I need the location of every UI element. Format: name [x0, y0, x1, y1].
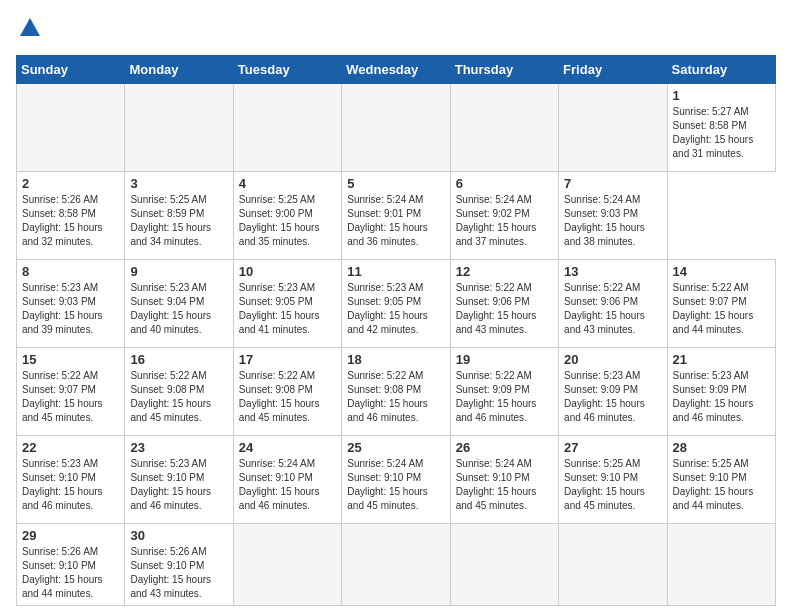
- day-info: Sunrise: 5:25 AMSunset: 9:10 PMDaylight:…: [673, 457, 770, 513]
- calendar-table: SundayMondayTuesdayWednesdayThursdayFrid…: [16, 55, 776, 606]
- day-header-thursday: Thursday: [450, 56, 558, 84]
- day-header-sunday: Sunday: [17, 56, 125, 84]
- day-cell-6: 6Sunrise: 5:24 AMSunset: 9:02 PMDaylight…: [450, 172, 558, 260]
- day-cell-16: 16Sunrise: 5:22 AMSunset: 9:08 PMDayligh…: [125, 348, 233, 436]
- day-cell-22: 22Sunrise: 5:23 AMSunset: 9:10 PMDayligh…: [17, 436, 125, 524]
- day-info: Sunrise: 5:24 AMSunset: 9:03 PMDaylight:…: [564, 193, 661, 249]
- day-cell-28: 28Sunrise: 5:25 AMSunset: 9:10 PMDayligh…: [667, 436, 775, 524]
- day-number: 28: [673, 440, 770, 455]
- day-number: 29: [22, 528, 119, 543]
- day-cell-7: 7Sunrise: 5:24 AMSunset: 9:03 PMDaylight…: [559, 172, 667, 260]
- day-cell-8: 8Sunrise: 5:23 AMSunset: 9:03 PMDaylight…: [17, 260, 125, 348]
- day-number: 6: [456, 176, 553, 191]
- day-number: 23: [130, 440, 227, 455]
- day-number: 21: [673, 352, 770, 367]
- day-cell-9: 9Sunrise: 5:23 AMSunset: 9:04 PMDaylight…: [125, 260, 233, 348]
- day-cell-2: 2Sunrise: 5:26 AMSunset: 8:58 PMDaylight…: [17, 172, 125, 260]
- day-info: Sunrise: 5:22 AMSunset: 9:08 PMDaylight:…: [130, 369, 227, 425]
- day-info: Sunrise: 5:22 AMSunset: 9:08 PMDaylight:…: [347, 369, 444, 425]
- day-info: Sunrise: 5:24 AMSunset: 9:02 PMDaylight:…: [456, 193, 553, 249]
- empty-cell: [342, 84, 450, 172]
- day-info: Sunrise: 5:23 AMSunset: 9:10 PMDaylight:…: [22, 457, 119, 513]
- day-info: Sunrise: 5:25 AMSunset: 9:00 PMDaylight:…: [239, 193, 336, 249]
- day-info: Sunrise: 5:23 AMSunset: 9:05 PMDaylight:…: [347, 281, 444, 337]
- day-number: 22: [22, 440, 119, 455]
- day-cell-19: 19Sunrise: 5:22 AMSunset: 9:09 PMDayligh…: [450, 348, 558, 436]
- day-header-wednesday: Wednesday: [342, 56, 450, 84]
- day-info: Sunrise: 5:24 AMSunset: 9:10 PMDaylight:…: [456, 457, 553, 513]
- day-number: 25: [347, 440, 444, 455]
- day-cell-3: 3Sunrise: 5:25 AMSunset: 8:59 PMDaylight…: [125, 172, 233, 260]
- empty-cell: [667, 524, 775, 606]
- day-cell-21: 21Sunrise: 5:23 AMSunset: 9:09 PMDayligh…: [667, 348, 775, 436]
- day-number: 20: [564, 352, 661, 367]
- day-cell-14: 14Sunrise: 5:22 AMSunset: 9:07 PMDayligh…: [667, 260, 775, 348]
- day-info: Sunrise: 5:23 AMSunset: 9:05 PMDaylight:…: [239, 281, 336, 337]
- day-cell-5: 5Sunrise: 5:24 AMSunset: 9:01 PMDaylight…: [342, 172, 450, 260]
- day-info: Sunrise: 5:22 AMSunset: 9:06 PMDaylight:…: [456, 281, 553, 337]
- day-number: 10: [239, 264, 336, 279]
- day-number: 5: [347, 176, 444, 191]
- day-number: 4: [239, 176, 336, 191]
- empty-cell: [342, 524, 450, 606]
- day-cell-29: 29Sunrise: 5:26 AMSunset: 9:10 PMDayligh…: [17, 524, 125, 606]
- day-header-saturday: Saturday: [667, 56, 775, 84]
- day-number: 3: [130, 176, 227, 191]
- day-info: Sunrise: 5:23 AMSunset: 9:03 PMDaylight:…: [22, 281, 119, 337]
- empty-cell: [450, 84, 558, 172]
- day-header-monday: Monday: [125, 56, 233, 84]
- logo: [16, 16, 42, 45]
- day-number: 2: [22, 176, 119, 191]
- day-info: Sunrise: 5:24 AMSunset: 9:01 PMDaylight:…: [347, 193, 444, 249]
- day-number: 14: [673, 264, 770, 279]
- day-info: Sunrise: 5:25 AMSunset: 9:10 PMDaylight:…: [564, 457, 661, 513]
- day-cell-25: 25Sunrise: 5:24 AMSunset: 9:10 PMDayligh…: [342, 436, 450, 524]
- day-header-friday: Friday: [559, 56, 667, 84]
- day-info: Sunrise: 5:22 AMSunset: 9:08 PMDaylight:…: [239, 369, 336, 425]
- day-header-tuesday: Tuesday: [233, 56, 341, 84]
- day-number: 11: [347, 264, 444, 279]
- day-info: Sunrise: 5:23 AMSunset: 9:04 PMDaylight:…: [130, 281, 227, 337]
- day-number: 8: [22, 264, 119, 279]
- day-cell-18: 18Sunrise: 5:22 AMSunset: 9:08 PMDayligh…: [342, 348, 450, 436]
- day-number: 12: [456, 264, 553, 279]
- day-info: Sunrise: 5:22 AMSunset: 9:06 PMDaylight:…: [564, 281, 661, 337]
- day-number: 1: [673, 88, 770, 103]
- day-cell-27: 27Sunrise: 5:25 AMSunset: 9:10 PMDayligh…: [559, 436, 667, 524]
- empty-cell: [17, 84, 125, 172]
- day-number: 13: [564, 264, 661, 279]
- day-cell-11: 11Sunrise: 5:23 AMSunset: 9:05 PMDayligh…: [342, 260, 450, 348]
- empty-cell: [233, 524, 341, 606]
- day-number: 9: [130, 264, 227, 279]
- day-number: 18: [347, 352, 444, 367]
- day-info: Sunrise: 5:23 AMSunset: 9:09 PMDaylight:…: [673, 369, 770, 425]
- day-info: Sunrise: 5:27 AMSunset: 8:58 PMDaylight:…: [673, 105, 770, 161]
- day-info: Sunrise: 5:24 AMSunset: 9:10 PMDaylight:…: [347, 457, 444, 513]
- day-number: 27: [564, 440, 661, 455]
- day-info: Sunrise: 5:25 AMSunset: 8:59 PMDaylight:…: [130, 193, 227, 249]
- day-cell-1: 1Sunrise: 5:27 AMSunset: 8:58 PMDaylight…: [667, 84, 775, 172]
- day-number: 15: [22, 352, 119, 367]
- day-cell-26: 26Sunrise: 5:24 AMSunset: 9:10 PMDayligh…: [450, 436, 558, 524]
- day-cell-20: 20Sunrise: 5:23 AMSunset: 9:09 PMDayligh…: [559, 348, 667, 436]
- empty-cell: [450, 524, 558, 606]
- day-info: Sunrise: 5:23 AMSunset: 9:10 PMDaylight:…: [130, 457, 227, 513]
- day-number: 24: [239, 440, 336, 455]
- day-cell-30: 30Sunrise: 5:26 AMSunset: 9:10 PMDayligh…: [125, 524, 233, 606]
- empty-cell: [233, 84, 341, 172]
- empty-cell: [559, 524, 667, 606]
- empty-cell: [125, 84, 233, 172]
- day-number: 17: [239, 352, 336, 367]
- day-info: Sunrise: 5:22 AMSunset: 9:07 PMDaylight:…: [673, 281, 770, 337]
- day-cell-13: 13Sunrise: 5:22 AMSunset: 9:06 PMDayligh…: [559, 260, 667, 348]
- day-info: Sunrise: 5:26 AMSunset: 8:58 PMDaylight:…: [22, 193, 119, 249]
- day-number: 30: [130, 528, 227, 543]
- logo-icon: [18, 16, 42, 40]
- day-info: Sunrise: 5:26 AMSunset: 9:10 PMDaylight:…: [130, 545, 227, 601]
- day-cell-23: 23Sunrise: 5:23 AMSunset: 9:10 PMDayligh…: [125, 436, 233, 524]
- page-header: [16, 16, 776, 45]
- day-number: 16: [130, 352, 227, 367]
- day-info: Sunrise: 5:23 AMSunset: 9:09 PMDaylight:…: [564, 369, 661, 425]
- day-cell-12: 12Sunrise: 5:22 AMSunset: 9:06 PMDayligh…: [450, 260, 558, 348]
- day-cell-15: 15Sunrise: 5:22 AMSunset: 9:07 PMDayligh…: [17, 348, 125, 436]
